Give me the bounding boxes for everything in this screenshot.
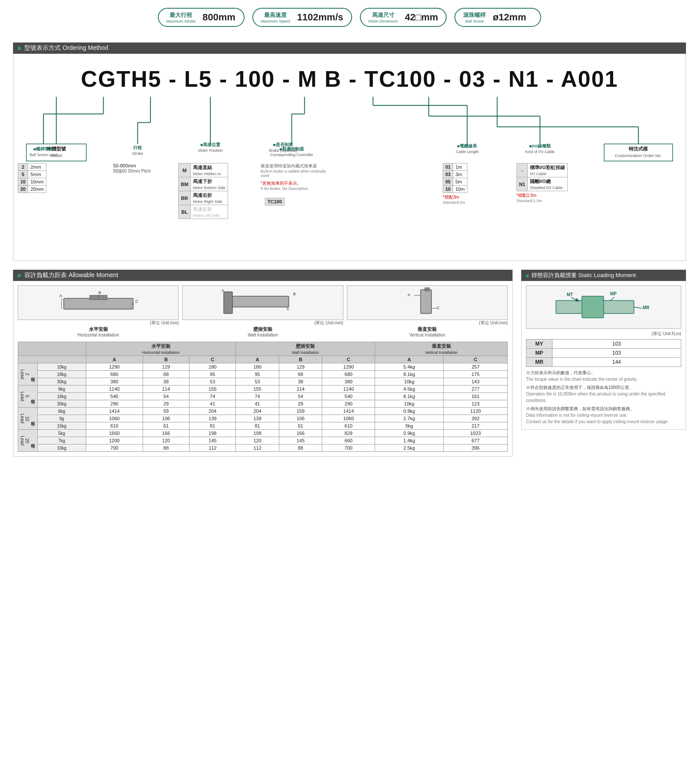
svg-text:MT: MT (567, 292, 573, 297)
svg-text:■螺桿導程: ■螺桿導程 (33, 147, 54, 151)
spec-max-speed-zh: 最高速度 (264, 11, 287, 19)
svg-text:Cable Length: Cable Length (456, 150, 479, 154)
spec-max-speed: 最高速度 Maximum Speed 1102mm/s (252, 8, 352, 27)
svg-line-66 (610, 297, 614, 301)
svg-text:Motor Position: Motor Position (198, 148, 223, 153)
svg-text:C: C (135, 299, 138, 304)
svg-text:Kind of I/O Cable: Kind of I/O Cable (525, 150, 555, 154)
svg-text:■馬達位置: ■馬達位置 (200, 142, 220, 147)
svg-text:■電纜線長: ■電纜線長 (457, 144, 477, 148)
svg-text:A: A (59, 294, 62, 298)
controller-table: TC100 (265, 198, 284, 206)
svg-text:A: A (408, 293, 410, 297)
svg-line-68 (634, 307, 642, 308)
screw-lead-table: 22mm 55mm 1010mm 2020mm (18, 163, 46, 193)
static-loading-title-text: 靜態容許負載慣量 Static Loading Moment (532, 271, 636, 279)
ordering-section-header: 型號表示方式 Ordering Method (13, 42, 686, 54)
svg-rect-51 (232, 296, 289, 307)
svg-text:MP: MP (610, 291, 617, 296)
static-loading-section: 靜態容許負載慣量 Static Loading Moment MT MP MR (521, 270, 686, 457)
io-cable-table: -標準I/O彩虹排線I/O Cable N1隔離I/O總Shielded I/O… (516, 163, 568, 203)
motor-position-table: M馬達直結Motor Hidden In BM馬達下折Motor Bottom … (178, 163, 228, 219)
svg-rect-62 (582, 296, 604, 318)
spec-ball-screw-zh: 滾珠螺桿 (463, 11, 486, 19)
spec-max-stroke-zh: 最大行程 (170, 11, 192, 19)
allowable-title: 容許負載力距表 Allowable Moment (13, 270, 513, 281)
svg-text:MR: MR (643, 305, 650, 310)
svg-text:Customization Order No.: Customization Order No. (615, 153, 662, 158)
static-loading-notes: ※力矩表示所示的數值，代表重心。 The torque value in the… (526, 369, 681, 425)
svg-rect-50 (224, 292, 232, 314)
specs-bar: 最大行程 Maximum Stroke 800mm 最高速度 Maximum S… (0, 0, 699, 35)
installation-diagrams: A B C (單位 Unit:mm) 水平安裝 Horizontal Insta… (18, 285, 508, 337)
vertical-diagram: A C (單位 Unit:mm) 垂直安裝 Vertical Installat… (347, 285, 508, 337)
svg-text:C: C (437, 306, 440, 310)
svg-text:Corresponding Controller: Corresponding Controller (270, 153, 313, 157)
stroke-info: 50-800mm 間隔50 50mm Pitch (113, 163, 151, 174)
svg-text:■I/O線種類: ■I/O線種類 (529, 144, 551, 148)
spec-max-stroke-en: Maximum Stroke (167, 19, 196, 23)
horizontal-diagram: A B C (單位 Unit:mm) 水平安裝 Horizontal Insta… (18, 285, 179, 337)
lower-section: 容許負載力距表 Allowable Moment A B C (13, 270, 686, 457)
cable-length-table: 011m 033m 055m 1010m *標配3m Standard:3m (443, 163, 467, 205)
brake-note: 垂直使用時追加內藏式煞車器 Built-in brake is added wh… (261, 163, 330, 191)
svg-rect-42 (64, 298, 133, 309)
svg-text:Stroke: Stroke (132, 151, 144, 156)
ordering-section: CGTH5 - L5 - 100 - M B - TC100 - 03 - N1… (13, 54, 686, 261)
spec-max-stroke-value: 800mm (203, 12, 235, 23)
allowable-title-text: 容許負載力距表 Allowable Moment (24, 271, 118, 279)
ordering-section-title: 型號表示方式 Ordering Method (24, 44, 108, 52)
svg-text:■對應控制器: ■對應控制器 (280, 147, 304, 151)
spec-motor-dim: 馬達尺寸 Motor Dimension 42□mm (360, 8, 447, 27)
svg-text:Ball Screw Lead: Ball Screw Lead (29, 153, 57, 157)
svg-text:行程: 行程 (133, 145, 142, 150)
spec-max-speed-en: Maximum Speed (261, 19, 291, 23)
spec-motor-dim-zh: 馬達尺寸 (372, 11, 395, 19)
spec-ball-screw-value: ø12mm (493, 12, 526, 23)
svg-text:A: A (222, 288, 224, 293)
svg-text:B: B (293, 292, 296, 296)
svg-rect-56 (425, 287, 429, 291)
spec-motor-dim-en: Motor Dimension (369, 19, 398, 23)
svg-line-64 (571, 297, 578, 301)
spec-ball-screw-en: Ball Screw (465, 19, 484, 23)
spec-ball-screw: 滾珠螺桿 Ball Screw ø12mm (454, 8, 541, 27)
ordering-code: CGTH5 - L5 - 100 - M B - TC100 - 03 - N1… (81, 66, 618, 91)
static-loading-title: 靜態容許負載慣量 Static Loading Moment (521, 270, 686, 281)
spec-motor-dim-value: 42□mm (405, 12, 438, 23)
allowable-moment-table: 水平安裝Horizontal Installation 壁掛安裝Wall Ins… (18, 342, 508, 452)
svg-text:C: C (287, 307, 290, 311)
static-loading-diagram: MT MP MR (526, 285, 681, 329)
svg-text:特注式樣: 特注式樣 (628, 146, 648, 151)
svg-rect-55 (421, 290, 431, 314)
svg-text:B: B (98, 291, 101, 295)
allowable-moment-section: 容許負載力距表 Allowable Moment A B C (13, 270, 513, 457)
static-loading-table: MY 103 MP 103 MR 144 (526, 339, 681, 367)
spec-max-speed-value: 1102mm/s (297, 12, 343, 23)
spec-max-stroke: 最大行程 Maximum Stroke 800mm (158, 8, 245, 27)
wall-diagram: A B C (單位 Unit:mm) 壁掛安裝 Wall Installatio… (182, 285, 343, 337)
